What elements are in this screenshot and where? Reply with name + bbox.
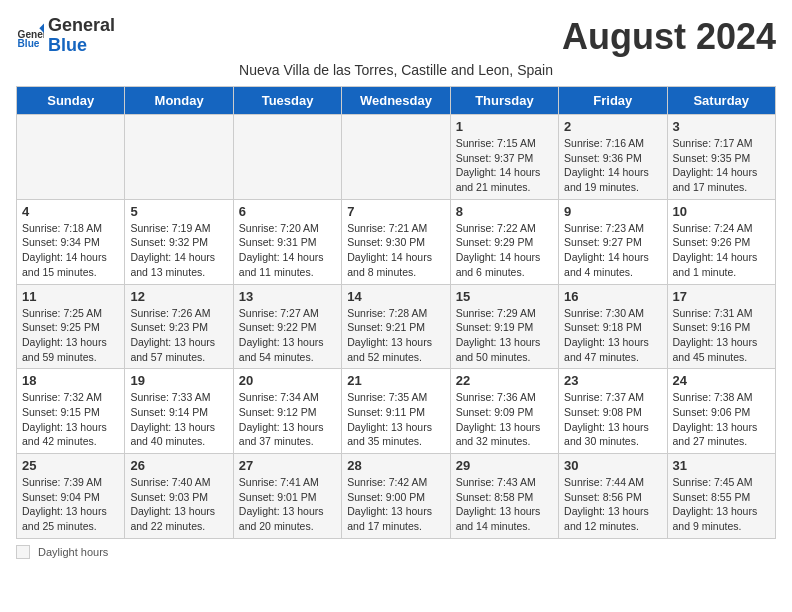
calendar-cell: 29Sunrise: 7:43 AM Sunset: 8:58 PM Dayli… bbox=[450, 454, 558, 539]
calendar-cell: 5Sunrise: 7:19 AM Sunset: 9:32 PM Daylig… bbox=[125, 199, 233, 284]
day-info: Sunrise: 7:31 AM Sunset: 9:16 PM Dayligh… bbox=[673, 306, 770, 365]
day-info: Sunrise: 7:45 AM Sunset: 8:55 PM Dayligh… bbox=[673, 475, 770, 534]
calendar-cell: 21Sunrise: 7:35 AM Sunset: 9:11 PM Dayli… bbox=[342, 369, 450, 454]
logo: General Blue General Blue bbox=[16, 16, 115, 56]
calendar-cell: 11Sunrise: 7:25 AM Sunset: 9:25 PM Dayli… bbox=[17, 284, 125, 369]
day-info: Sunrise: 7:16 AM Sunset: 9:36 PM Dayligh… bbox=[564, 136, 661, 195]
day-number: 16 bbox=[564, 289, 661, 304]
calendar-table: SundayMondayTuesdayWednesdayThursdayFrid… bbox=[16, 86, 776, 539]
calendar-cell: 19Sunrise: 7:33 AM Sunset: 9:14 PM Dayli… bbox=[125, 369, 233, 454]
day-info: Sunrise: 7:32 AM Sunset: 9:15 PM Dayligh… bbox=[22, 390, 119, 449]
day-number: 17 bbox=[673, 289, 770, 304]
calendar-cell: 14Sunrise: 7:28 AM Sunset: 9:21 PM Dayli… bbox=[342, 284, 450, 369]
calendar-cell: 24Sunrise: 7:38 AM Sunset: 9:06 PM Dayli… bbox=[667, 369, 775, 454]
day-number: 10 bbox=[673, 204, 770, 219]
calendar-cell bbox=[233, 115, 341, 200]
calendar-cell: 23Sunrise: 7:37 AM Sunset: 9:08 PM Dayli… bbox=[559, 369, 667, 454]
calendar-cell: 25Sunrise: 7:39 AM Sunset: 9:04 PM Dayli… bbox=[17, 454, 125, 539]
day-number: 20 bbox=[239, 373, 336, 388]
day-number: 19 bbox=[130, 373, 227, 388]
calendar-cell: 15Sunrise: 7:29 AM Sunset: 9:19 PM Dayli… bbox=[450, 284, 558, 369]
calendar-cell: 17Sunrise: 7:31 AM Sunset: 9:16 PM Dayli… bbox=[667, 284, 775, 369]
calendar-cell: 8Sunrise: 7:22 AM Sunset: 9:29 PM Daylig… bbox=[450, 199, 558, 284]
day-number: 26 bbox=[130, 458, 227, 473]
month-title: August 2024 bbox=[562, 16, 776, 58]
day-number: 18 bbox=[22, 373, 119, 388]
day-info: Sunrise: 7:18 AM Sunset: 9:34 PM Dayligh… bbox=[22, 221, 119, 280]
day-info: Sunrise: 7:15 AM Sunset: 9:37 PM Dayligh… bbox=[456, 136, 553, 195]
day-number: 5 bbox=[130, 204, 227, 219]
day-number: 15 bbox=[456, 289, 553, 304]
column-header-saturday: Saturday bbox=[667, 87, 775, 115]
calendar-week-row: 11Sunrise: 7:25 AM Sunset: 9:25 PM Dayli… bbox=[17, 284, 776, 369]
day-info: Sunrise: 7:24 AM Sunset: 9:26 PM Dayligh… bbox=[673, 221, 770, 280]
day-info: Sunrise: 7:27 AM Sunset: 9:22 PM Dayligh… bbox=[239, 306, 336, 365]
calendar-cell: 7Sunrise: 7:21 AM Sunset: 9:30 PM Daylig… bbox=[342, 199, 450, 284]
day-info: Sunrise: 7:37 AM Sunset: 9:08 PM Dayligh… bbox=[564, 390, 661, 449]
calendar-cell: 31Sunrise: 7:45 AM Sunset: 8:55 PM Dayli… bbox=[667, 454, 775, 539]
day-number: 2 bbox=[564, 119, 661, 134]
calendar-week-row: 25Sunrise: 7:39 AM Sunset: 9:04 PM Dayli… bbox=[17, 454, 776, 539]
day-info: Sunrise: 7:21 AM Sunset: 9:30 PM Dayligh… bbox=[347, 221, 444, 280]
calendar-cell: 2Sunrise: 7:16 AM Sunset: 9:36 PM Daylig… bbox=[559, 115, 667, 200]
day-info: Sunrise: 7:26 AM Sunset: 9:23 PM Dayligh… bbox=[130, 306, 227, 365]
calendar-week-row: 4Sunrise: 7:18 AM Sunset: 9:34 PM Daylig… bbox=[17, 199, 776, 284]
logo-icon: General Blue bbox=[16, 22, 44, 50]
calendar-cell: 28Sunrise: 7:42 AM Sunset: 9:00 PM Dayli… bbox=[342, 454, 450, 539]
page-header: General Blue General Blue August 2024 bbox=[16, 16, 776, 58]
day-info: Sunrise: 7:41 AM Sunset: 9:01 PM Dayligh… bbox=[239, 475, 336, 534]
column-header-tuesday: Tuesday bbox=[233, 87, 341, 115]
day-info: Sunrise: 7:35 AM Sunset: 9:11 PM Dayligh… bbox=[347, 390, 444, 449]
column-header-monday: Monday bbox=[125, 87, 233, 115]
legend: Daylight hours bbox=[16, 545, 776, 559]
calendar-cell: 6Sunrise: 7:20 AM Sunset: 9:31 PM Daylig… bbox=[233, 199, 341, 284]
calendar-cell: 30Sunrise: 7:44 AM Sunset: 8:56 PM Dayli… bbox=[559, 454, 667, 539]
day-info: Sunrise: 7:17 AM Sunset: 9:35 PM Dayligh… bbox=[673, 136, 770, 195]
day-info: Sunrise: 7:34 AM Sunset: 9:12 PM Dayligh… bbox=[239, 390, 336, 449]
calendar-week-row: 1Sunrise: 7:15 AM Sunset: 9:37 PM Daylig… bbox=[17, 115, 776, 200]
legend-label: Daylight hours bbox=[38, 546, 108, 558]
day-number: 25 bbox=[22, 458, 119, 473]
calendar-cell: 22Sunrise: 7:36 AM Sunset: 9:09 PM Dayli… bbox=[450, 369, 558, 454]
day-number: 12 bbox=[130, 289, 227, 304]
logo-blue-text: Blue bbox=[48, 35, 87, 55]
day-info: Sunrise: 7:20 AM Sunset: 9:31 PM Dayligh… bbox=[239, 221, 336, 280]
day-number: 27 bbox=[239, 458, 336, 473]
day-info: Sunrise: 7:44 AM Sunset: 8:56 PM Dayligh… bbox=[564, 475, 661, 534]
svg-text:Blue: Blue bbox=[18, 38, 40, 49]
calendar-cell: 10Sunrise: 7:24 AM Sunset: 9:26 PM Dayli… bbox=[667, 199, 775, 284]
day-number: 13 bbox=[239, 289, 336, 304]
day-info: Sunrise: 7:36 AM Sunset: 9:09 PM Dayligh… bbox=[456, 390, 553, 449]
calendar-cell: 16Sunrise: 7:30 AM Sunset: 9:18 PM Dayli… bbox=[559, 284, 667, 369]
column-header-friday: Friday bbox=[559, 87, 667, 115]
day-info: Sunrise: 7:29 AM Sunset: 9:19 PM Dayligh… bbox=[456, 306, 553, 365]
calendar-cell bbox=[125, 115, 233, 200]
column-header-wednesday: Wednesday bbox=[342, 87, 450, 115]
day-info: Sunrise: 7:43 AM Sunset: 8:58 PM Dayligh… bbox=[456, 475, 553, 534]
day-number: 11 bbox=[22, 289, 119, 304]
day-number: 22 bbox=[456, 373, 553, 388]
column-header-thursday: Thursday bbox=[450, 87, 558, 115]
day-number: 24 bbox=[673, 373, 770, 388]
day-info: Sunrise: 7:22 AM Sunset: 9:29 PM Dayligh… bbox=[456, 221, 553, 280]
day-number: 3 bbox=[673, 119, 770, 134]
day-number: 30 bbox=[564, 458, 661, 473]
legend-box bbox=[16, 545, 30, 559]
calendar-cell bbox=[342, 115, 450, 200]
calendar-cell: 9Sunrise: 7:23 AM Sunset: 9:27 PM Daylig… bbox=[559, 199, 667, 284]
calendar-week-row: 18Sunrise: 7:32 AM Sunset: 9:15 PM Dayli… bbox=[17, 369, 776, 454]
day-number: 28 bbox=[347, 458, 444, 473]
calendar-cell: 12Sunrise: 7:26 AM Sunset: 9:23 PM Dayli… bbox=[125, 284, 233, 369]
day-info: Sunrise: 7:25 AM Sunset: 9:25 PM Dayligh… bbox=[22, 306, 119, 365]
calendar-cell: 20Sunrise: 7:34 AM Sunset: 9:12 PM Dayli… bbox=[233, 369, 341, 454]
day-number: 23 bbox=[564, 373, 661, 388]
day-number: 14 bbox=[347, 289, 444, 304]
calendar-cell bbox=[17, 115, 125, 200]
column-header-sunday: Sunday bbox=[17, 87, 125, 115]
day-number: 8 bbox=[456, 204, 553, 219]
day-info: Sunrise: 7:40 AM Sunset: 9:03 PM Dayligh… bbox=[130, 475, 227, 534]
day-number: 7 bbox=[347, 204, 444, 219]
day-info: Sunrise: 7:19 AM Sunset: 9:32 PM Dayligh… bbox=[130, 221, 227, 280]
calendar-cell: 4Sunrise: 7:18 AM Sunset: 9:34 PM Daylig… bbox=[17, 199, 125, 284]
day-info: Sunrise: 7:23 AM Sunset: 9:27 PM Dayligh… bbox=[564, 221, 661, 280]
